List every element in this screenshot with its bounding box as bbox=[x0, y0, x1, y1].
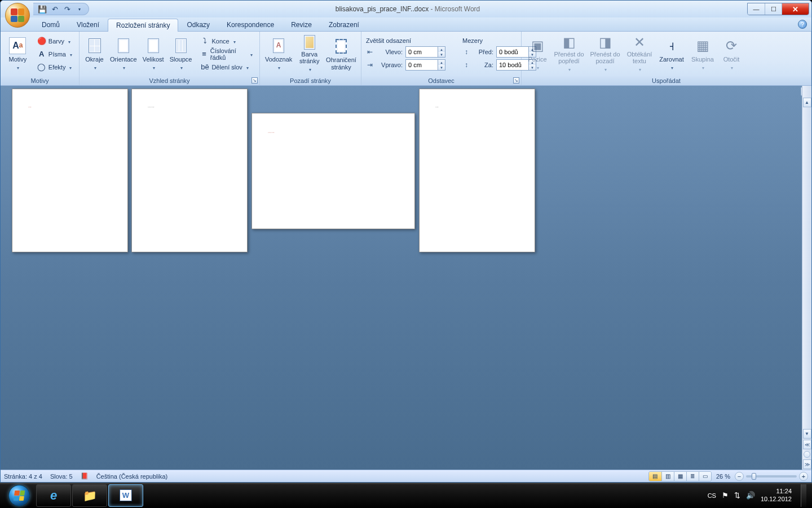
view-buttons: ▤ ▥ ▦ ≣ ▭ bbox=[648, 471, 712, 481]
tray-time[interactable]: 11:24 bbox=[776, 488, 792, 495]
indent-block: Zvětšit odsazení ⇤ Vlevo: ▲▼ ⇥ Vpravo: ▲… bbox=[365, 37, 445, 71]
browse-object-button[interactable] bbox=[804, 451, 810, 458]
undo-icon[interactable]: ↶ bbox=[50, 5, 59, 14]
dialog-launcher-icon[interactable]: ↘ bbox=[251, 77, 258, 84]
dialog-launcher-icon[interactable]: ↘ bbox=[513, 77, 519, 84]
view-outline-icon[interactable]: ≣ bbox=[686, 472, 699, 481]
office-button[interactable] bbox=[5, 3, 30, 28]
group-pozadi: Vodoznak Barva stránky Ohraničení stránk… bbox=[260, 32, 361, 85]
tab-odkazy[interactable]: Odkazy bbox=[178, 18, 218, 31]
taskbar-explorer[interactable]: 📁 bbox=[72, 484, 107, 507]
indent-left-icon: ⇤ bbox=[365, 47, 375, 56]
ribbon: Aa Motivy 🔴Barvy APísma ◯Efekty Motivy O… bbox=[1, 32, 811, 86]
indent-right-input[interactable]: ▲▼ bbox=[405, 59, 445, 71]
group-usporadat: ▣Pozice ◧Přenést do popředí ◨Přenést do … bbox=[522, 32, 811, 85]
indent-left-input[interactable]: ▲▼ bbox=[405, 46, 445, 58]
next-page-button[interactable]: ≫ bbox=[803, 459, 811, 469]
breaks-icon: ⤵ bbox=[200, 37, 209, 46]
start-button[interactable] bbox=[3, 484, 35, 507]
orientace-button[interactable]: Orientace bbox=[108, 34, 139, 74]
page-canvas: ﹏ ﹏﹏ ﹏﹏ ﹏ bbox=[1, 86, 798, 470]
tray-volume-icon[interactable]: 🔊 bbox=[746, 491, 755, 500]
ribbon-tabs: Domů Vložení Rozložení stránky Odkazy Ko… bbox=[1, 17, 811, 32]
group-vzhled-label: Vzhled stránky↘ bbox=[80, 76, 259, 85]
zoom-out-button[interactable]: − bbox=[735, 472, 744, 481]
document-area[interactable]: ﹏ ﹏﹏ ﹏﹏ ﹏ ▤ ▲ ▼ ≪ ≫ bbox=[1, 86, 811, 470]
dopredu-button: ◧Přenést do popředí bbox=[552, 34, 586, 74]
status-page[interactable]: Stránka: 4 z 4 bbox=[4, 473, 42, 480]
system-tray: CS ⚑ ⇅ 🔊 11:24 10.12.2012 bbox=[708, 484, 809, 507]
tab-revize[interactable]: Revize bbox=[283, 18, 320, 31]
view-fullread-icon[interactable]: ▥ bbox=[661, 472, 674, 481]
maximize-button[interactable]: ☐ bbox=[765, 3, 782, 15]
tab-korespondence[interactable]: Korespondence bbox=[218, 18, 283, 31]
page-3[interactable]: ﹏﹏ bbox=[251, 113, 415, 229]
tray-flag-icon[interactable]: ⚑ bbox=[722, 491, 729, 500]
okraje-button[interactable]: Okraje bbox=[83, 34, 106, 74]
redo-icon[interactable]: ↷ bbox=[63, 5, 72, 14]
tab-domu[interactable]: Domů bbox=[33, 18, 68, 31]
barvy-button[interactable]: 🔴Barvy bbox=[34, 35, 76, 47]
tray-network-icon[interactable]: ⇅ bbox=[734, 491, 740, 500]
view-web-icon[interactable]: ▦ bbox=[674, 472, 686, 481]
status-language[interactable]: Čeština (Česká republika) bbox=[96, 473, 168, 480]
minimize-button[interactable]: — bbox=[748, 3, 765, 15]
page-2[interactable]: ﹏﹏ bbox=[131, 89, 248, 252]
ohraniceni-button[interactable]: Ohraničení stránky bbox=[325, 34, 358, 74]
colors-icon: 🔴 bbox=[37, 37, 46, 46]
zoom-control: − + bbox=[735, 472, 808, 481]
deleni-button[interactable]: bēDělení slov bbox=[197, 61, 256, 73]
effects-icon: ◯ bbox=[37, 63, 46, 72]
prev-page-button[interactable]: ≪ bbox=[803, 440, 811, 449]
space-after-label: Za: bbox=[474, 62, 493, 68]
close-button[interactable]: ✕ bbox=[782, 3, 809, 15]
tab-vlozeni[interactable]: Vložení bbox=[68, 18, 108, 31]
konce-button[interactable]: ⤵Konce bbox=[197, 35, 256, 47]
pisma-button[interactable]: APísma bbox=[34, 48, 76, 60]
vodoznak-button[interactable]: Vodoznak bbox=[263, 34, 294, 74]
titlebar: 💾 ↶ ↷ ▾ blisakova_pis_prace_INF..docx - … bbox=[1, 1, 811, 17]
help-button[interactable]: ? bbox=[798, 20, 807, 29]
efekty-button[interactable]: ◯Efekty bbox=[34, 61, 76, 73]
quick-access-toolbar: 💾 ↶ ↷ ▾ bbox=[33, 3, 89, 15]
view-print-icon[interactable]: ▤ bbox=[649, 472, 661, 481]
group-vzhled: Okraje Orientace Velikost Sloupce ⤵Konce… bbox=[80, 32, 260, 85]
zoom-level[interactable]: 26 % bbox=[716, 473, 730, 480]
group-usporadat-label: Uspořádat bbox=[522, 76, 811, 85]
taskbar: e 📁 W CS ⚑ ⇅ 🔊 11:24 10.12.2012 bbox=[0, 483, 812, 508]
vertical-scrollbar[interactable]: ▲ ▼ ≪ ≫ bbox=[802, 86, 811, 470]
sloupce-button[interactable]: Sloupce bbox=[168, 34, 194, 74]
motivy-button[interactable]: Aa Motivy bbox=[4, 34, 32, 74]
cislovani-button[interactable]: ≡Číslování řádků bbox=[197, 48, 256, 60]
page-1[interactable]: ﹏ bbox=[12, 89, 128, 252]
tray-lang[interactable]: CS bbox=[708, 492, 716, 499]
zarovnat-button[interactable]: ⫞Zarovnat bbox=[657, 34, 686, 74]
barva-stranky-button[interactable]: Barva stránky bbox=[296, 34, 323, 74]
taskbar-ie[interactable]: e bbox=[36, 484, 71, 507]
scroll-down-button[interactable]: ▼ bbox=[803, 429, 811, 439]
status-words[interactable]: Slova: 5 bbox=[50, 473, 73, 480]
status-bar: Stránka: 4 z 4 Slova: 5 📕 Čeština (Česká… bbox=[1, 470, 811, 482]
zoom-in-button[interactable]: + bbox=[799, 472, 808, 481]
tray-date[interactable]: 10.12.2012 bbox=[761, 496, 792, 503]
group-motivy-label: Motivy bbox=[1, 76, 79, 85]
view-draft-icon[interactable]: ▭ bbox=[699, 472, 711, 481]
skupina-button: ▦Skupina bbox=[689, 34, 717, 74]
indent-left-label: Vlevo: bbox=[378, 49, 403, 55]
obtekani-button: ✕Obtékání textu bbox=[624, 34, 655, 74]
show-desktop-button[interactable] bbox=[801, 484, 806, 507]
word-window: 💾 ↶ ↷ ▾ blisakova_pis_prace_INF..docx - … bbox=[0, 0, 812, 483]
save-icon[interactable]: 💾 bbox=[38, 5, 47, 14]
qat-customize-icon[interactable]: ▾ bbox=[75, 5, 84, 14]
zoom-slider[interactable] bbox=[746, 475, 797, 478]
page-4[interactable]: ﹏ bbox=[419, 89, 535, 252]
proofing-icon[interactable]: 📕 bbox=[81, 472, 89, 480]
scroll-up-button[interactable]: ▲ bbox=[803, 98, 811, 107]
velikost-button[interactable]: Velikost bbox=[141, 34, 166, 74]
tab-rozlozeni[interactable]: Rozložení stránky bbox=[108, 19, 178, 32]
tab-zobrazeni[interactable]: Zobrazení bbox=[320, 18, 368, 31]
taskbar-word[interactable]: W bbox=[108, 484, 143, 507]
space-before-label: Před: bbox=[474, 49, 493, 55]
indent-right-label: Vpravo: bbox=[378, 62, 403, 68]
otocit-button: ⟳Otočit bbox=[719, 34, 744, 74]
